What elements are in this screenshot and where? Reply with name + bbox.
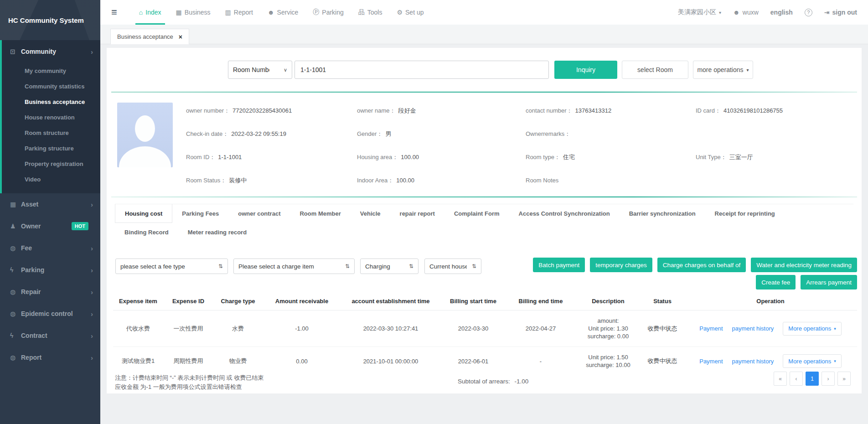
col-status: Status [641, 294, 684, 310]
house-select[interactable]: Current house ⇅ [424, 259, 481, 274]
community-selector[interactable]: 美满家园小区 ▾ [678, 8, 721, 16]
search-field-value: Room Number [233, 66, 269, 73]
nav-item-report[interactable]: ▥ Report [218, 0, 260, 25]
tab-owner-contract[interactable]: owner contract [228, 204, 290, 223]
payment-history-link[interactable]: payment history [732, 325, 774, 332]
sidebar-group-epidemic-control[interactable]: ◍ Epidemic control › [0, 303, 100, 325]
tab-parking-fees[interactable]: Parking Fees [172, 204, 228, 223]
sidebar-group-asset[interactable]: ▦ Asset › [0, 193, 100, 215]
page-1-button[interactable]: 1 [806, 372, 819, 386]
tab-complaint-form[interactable]: Complaint Form [444, 204, 509, 223]
sidebar-item-parking-structure[interactable]: Parking structure [2, 140, 100, 156]
content-panel: Room Number ∨ Inquiry select Room more o… [107, 48, 862, 393]
charge-on-behalf-button[interactable]: Charge charges on behalf of [657, 258, 746, 272]
cell-charge-type: 水费 [213, 310, 263, 347]
select-room-button[interactable]: select Room [622, 61, 688, 79]
owner-info-grid: owner number：772022032285430061 owner na… [186, 99, 846, 192]
close-icon[interactable]: × [179, 33, 182, 41]
caret-down-icon: ▾ [834, 326, 836, 331]
updown-arrows-icon: ⇅ [472, 263, 476, 269]
cell-expense-item: 测试物业费1 [113, 347, 163, 376]
prev-page-button[interactable]: ‹ [790, 372, 803, 386]
sidebar-group-parking[interactable]: ϟ Parking › [0, 259, 100, 281]
charging-select[interactable]: Charging ⇅ [360, 259, 418, 274]
sidebar-item-property-registration[interactable]: Property registration [2, 156, 100, 171]
bolt-icon: ϟ [10, 266, 21, 274]
home-icon: ⌂ [139, 9, 143, 16]
sidebar-item-business-acceptance[interactable]: Business acceptance [2, 94, 100, 109]
sidebar-group-community-block: ⊡ Community › My community Community sta… [0, 40, 100, 193]
nav-label: Business [185, 9, 211, 16]
field-housing-area: Housing area：100.00 [357, 153, 526, 161]
sidebar-group-label: Repair [21, 288, 41, 295]
tab-meter-reading-record[interactable]: Meter reading record [178, 223, 256, 242]
temporary-charges-button[interactable]: temporary charges [590, 258, 652, 272]
search-field-select[interactable]: Room Number ∨ [228, 61, 292, 79]
meter-reading-button[interactable]: Water and electricity meter reading [751, 258, 857, 272]
tab-binding-record[interactable]: Binding Record [115, 223, 178, 242]
sidebar-group-label: Contract [21, 332, 47, 339]
language-switch[interactable]: english [770, 9, 793, 16]
first-page-button[interactable]: « [774, 372, 787, 386]
more-operations-button[interactable]: More operations ▾ [783, 354, 841, 368]
batch-payment-button[interactable]: Batch payment [533, 258, 585, 272]
sidebar-group-contract[interactable]: ϟ Contract › [0, 325, 100, 346]
field-contact-number: contact number：13763413312 [526, 107, 696, 115]
nav-item-index[interactable]: ⌂ Index [132, 0, 169, 25]
owner-avatar [117, 103, 173, 167]
sidebar-group-community[interactable]: ⊡ Community › [2, 40, 100, 63]
user-icon: ☻ [733, 9, 740, 16]
last-page-button[interactable]: » [837, 372, 851, 386]
caret-down-icon: ▾ [747, 67, 749, 72]
field-room-status: Room Status：装修中 [186, 176, 357, 185]
fee-type-select[interactable]: please select a fee type ⇅ [115, 259, 228, 274]
cell-account-time: 2021-10-01 00:00:00 [341, 347, 440, 376]
sign-out-button[interactable]: ⇥ sign out [824, 9, 857, 16]
search-input[interactable] [294, 61, 549, 79]
inquiry-button[interactable]: Inquiry [554, 61, 617, 79]
tab-vehicle[interactable]: Vehicle [351, 204, 390, 223]
tab-access-control-sync[interactable]: Access Control Synchronization [509, 204, 620, 223]
sidebar-item-community-statistics[interactable]: Community statistics [2, 78, 100, 94]
sidebar-group-fee[interactable]: ◍ Fee › [0, 237, 100, 259]
car-icon: Ⓟ [313, 8, 319, 16]
user-menu[interactable]: ☻ wuxw [733, 9, 759, 16]
tab-repair-report[interactable]: repair report [390, 204, 444, 223]
payment-link[interactable]: Payment [699, 358, 723, 365]
next-page-button[interactable]: › [822, 372, 835, 386]
create-fee-button[interactable]: Create fee [756, 275, 796, 290]
cell-status: 收费中状态 [641, 310, 684, 347]
hamburger-icon[interactable]: ≡ [111, 6, 117, 18]
nav-label: Index [145, 9, 161, 16]
nav-item-setup[interactable]: ⚙ Set up [389, 0, 431, 25]
tab-barrier-sync[interactable]: Barrier synchronization [620, 204, 705, 223]
arrears-payment-button[interactable]: Arrears payment [801, 275, 857, 290]
col-expense-item: Expense item [113, 294, 163, 310]
nav-item-business[interactable]: ▦ Business [169, 0, 218, 25]
sidebar-group-owner[interactable]: ♟ Owner HOT [0, 215, 100, 237]
sidebar: HC Community System ⊡ Community › My com… [0, 0, 100, 424]
sidebar-group-report[interactable]: ◍ Report › [0, 346, 100, 368]
sidebar-item-video[interactable]: Video [2, 171, 100, 187]
nav-label: Tools [367, 9, 382, 16]
sidebar-item-room-structure[interactable]: Room structure [2, 125, 100, 140]
nav-item-parking[interactable]: Ⓟ Parking [305, 0, 351, 25]
nav-item-tools[interactable]: 品 Tools [351, 0, 390, 25]
more-operations-button[interactable]: More operations ▾ [783, 322, 841, 336]
charge-item-select[interactable]: Please select a charge item ⇅ [233, 259, 355, 274]
sidebar-item-house-renovation[interactable]: House renovation [2, 109, 100, 125]
sidebar-group-repair[interactable]: ◍ Repair › [0, 281, 100, 303]
payment-link[interactable]: Payment [699, 325, 723, 332]
tab-housing-cost[interactable]: Housing cost [115, 204, 172, 223]
tab-receipt-reprinting[interactable]: Receipt for reprinting [705, 204, 785, 223]
detail-tabs-row2: Binding Record Meter reading record [115, 223, 853, 242]
payment-history-link[interactable]: payment history [732, 358, 774, 365]
tab-business-acceptance[interactable]: Business acceptance × [110, 29, 189, 44]
help-icon[interactable]: ? [805, 9, 812, 16]
more-operations-dropdown[interactable]: more operations ▾ [693, 61, 753, 79]
chevron-right-icon: › [91, 332, 93, 340]
separator [111, 92, 857, 93]
tab-room-member[interactable]: Room Member [290, 204, 350, 223]
sidebar-item-my-community[interactable]: My community [2, 63, 100, 78]
nav-item-service[interactable]: ☻ Service [260, 0, 305, 25]
